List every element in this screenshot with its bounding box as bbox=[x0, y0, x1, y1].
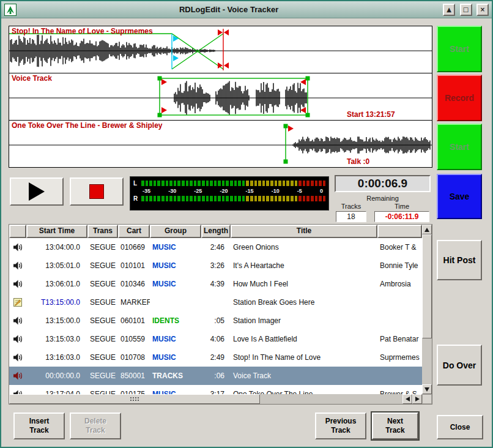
log-row[interactable]: 00:00:00.0SEGUE850001TRACKS:06Voice Trac… bbox=[9, 367, 422, 385]
titlebar-buttons: ▲ □ × bbox=[441, 3, 489, 16]
hit-post-button[interactable]: Hit Post bbox=[437, 240, 482, 280]
arrow-up-icon bbox=[424, 228, 429, 232]
cart-number: 850001 bbox=[118, 371, 150, 380]
column-header[interactable]: Group bbox=[150, 225, 201, 238]
log-row[interactable]: 13:05:01.0SEGUE010101MUSIC3:26It's A Hea… bbox=[9, 256, 422, 275]
cart-number: MARKER bbox=[118, 298, 150, 307]
do-over-button[interactable]: Do Over bbox=[437, 345, 482, 386]
transition: SEGUE bbox=[87, 298, 118, 307]
transition: SEGUE bbox=[87, 261, 118, 270]
title: It's A Heartache bbox=[231, 261, 377, 270]
log-row[interactable]: T13:15:00.0SEGUEMARKERStation Break Goes… bbox=[9, 293, 422, 312]
length: :05 bbox=[201, 316, 231, 325]
scroll-right-button[interactable] bbox=[412, 394, 422, 404]
deck-incoming-track: One Toke Over The Line - Brewer & Shiple… bbox=[9, 120, 432, 168]
maximize-button[interactable]: □ bbox=[460, 4, 472, 16]
artist: Suprmemes bbox=[377, 353, 422, 362]
close-button[interactable]: Close bbox=[437, 415, 483, 439]
time-remaining-value: -0:06:11.9 bbox=[374, 211, 429, 222]
voice-track-start-annotation: Start 13:21:57 bbox=[347, 110, 395, 119]
column-header[interactable]: Cart bbox=[118, 225, 150, 238]
start-time: 13:04:00.0 bbox=[26, 243, 87, 252]
transition: SEGUE bbox=[87, 243, 118, 252]
record-button[interactable]: Record bbox=[437, 75, 482, 121]
titlebar[interactable]: RDLogEdit - Voice Tracker ▲ □ × bbox=[1, 1, 492, 18]
column-header[interactable] bbox=[377, 225, 422, 238]
transition: SEGUE bbox=[87, 316, 118, 325]
remaining-label: Remaining bbox=[335, 195, 431, 202]
vertical-scroll-thumb[interactable] bbox=[422, 234, 432, 338]
transition: SEGUE bbox=[87, 371, 118, 380]
scroll-down-button[interactable] bbox=[422, 384, 432, 394]
artist: Pat Benatar bbox=[377, 335, 422, 343]
column-header[interactable]: Start Time bbox=[26, 225, 87, 238]
horizontal-scroll-thumb[interactable] bbox=[9, 394, 260, 404]
scroll-left-button[interactable] bbox=[402, 394, 412, 404]
log-row[interactable]: 13:17:04.0SEGUE010175MUSIC3:17One Toke O… bbox=[9, 385, 422, 394]
meter-right-label: R bbox=[133, 195, 141, 202]
meter-scale: -35-30-25-20-15-10-50 bbox=[133, 187, 325, 195]
length: 3:26 bbox=[201, 261, 231, 270]
log-row[interactable]: 13:15:00.0SEGUE060101IDENTS:05Station Im… bbox=[9, 312, 422, 330]
start-incoming-button[interactable]: Start bbox=[437, 124, 482, 170]
scrollbar-corner bbox=[422, 394, 432, 404]
meter-segments bbox=[141, 181, 325, 186]
save-button[interactable]: Save bbox=[437, 174, 482, 219]
title: Station Break Goes Here bbox=[231, 298, 377, 307]
elapsed-time-display: 0:00:06.9 bbox=[335, 175, 431, 192]
vertical-scrollbar[interactable] bbox=[422, 225, 432, 394]
column-header[interactable]: Title bbox=[231, 225, 377, 238]
group: MUSIC bbox=[150, 353, 201, 362]
stop-button[interactable] bbox=[70, 177, 124, 206]
remaining-panel: Remaining Tracks 18 Time -0:06:11.9 bbox=[335, 195, 431, 222]
speaker-icon bbox=[9, 316, 26, 326]
group: MUSIC bbox=[150, 243, 201, 252]
close-window-button[interactable]: × bbox=[476, 4, 489, 16]
length: :06 bbox=[201, 371, 231, 380]
column-header[interactable] bbox=[9, 225, 26, 238]
log-row[interactable]: 13:16:03.0SEGUE010708MUSIC2:49Stop! In T… bbox=[9, 348, 422, 367]
next-track-button[interactable]: Next Track bbox=[372, 413, 418, 439]
length: 4:39 bbox=[201, 280, 231, 288]
log-row[interactable]: 13:04:00.0SEGUE010669MUSIC2:46Green Onio… bbox=[9, 238, 422, 256]
transition: SEGUE bbox=[87, 390, 118, 394]
start-outgoing-button[interactable]: Start bbox=[437, 26, 482, 72]
insert-track-button[interactable]: Insert Track bbox=[13, 413, 65, 439]
meter-left-label: L bbox=[133, 180, 141, 187]
group: MUSIC bbox=[150, 335, 201, 343]
group: MUSIC bbox=[150, 280, 201, 288]
artist: Booker T & bbox=[377, 243, 422, 252]
title: Love Is A Battlefield bbox=[231, 335, 377, 343]
horizontal-scrollbar[interactable] bbox=[9, 394, 422, 404]
start-time: 13:05:01.0 bbox=[26, 261, 87, 270]
length: 3:17 bbox=[201, 390, 231, 394]
tracks-remaining-label: Tracks bbox=[341, 203, 361, 210]
stop-icon bbox=[89, 184, 104, 199]
incoming-track-talk-annotation: Talk :0 bbox=[347, 157, 369, 166]
meter-segments bbox=[141, 196, 325, 201]
app-icon bbox=[4, 4, 17, 16]
column-header[interactable]: Trans bbox=[87, 225, 118, 238]
speaker-icon bbox=[9, 334, 26, 344]
column-header[interactable]: Length bbox=[201, 225, 231, 238]
start-time: 13:17:04.0 bbox=[26, 390, 87, 394]
outgoing-track-title: Stop! In The Name of Love - Suprmemes bbox=[12, 27, 153, 35]
artist: Brewer & S bbox=[377, 390, 422, 394]
log-table: Start TimeTransCartGroupLengthTitle 13:0… bbox=[9, 224, 432, 405]
note-icon bbox=[9, 297, 26, 307]
log-row[interactable]: 13:06:01.0SEGUE010346MUSIC4:39How Much I… bbox=[9, 275, 422, 293]
length: 2:46 bbox=[201, 243, 231, 252]
play-button[interactable] bbox=[10, 177, 64, 206]
group: IDENTS bbox=[150, 316, 201, 325]
length: 2:49 bbox=[201, 353, 231, 362]
group: MUSIC bbox=[150, 390, 201, 394]
voice-track-title: Voice Track bbox=[12, 74, 52, 83]
previous-track-button[interactable]: Previous Track bbox=[315, 413, 366, 439]
waveform-decks: Stop! In The Name of Love - Suprmemes Vo… bbox=[9, 26, 432, 168]
log-row[interactable]: 13:15:03.0SEGUE010559MUSIC4:06Love Is A … bbox=[9, 330, 422, 348]
start-time: 13:16:03.0 bbox=[26, 353, 87, 362]
artist: Ambrosia bbox=[377, 280, 422, 288]
shade-button[interactable]: ▲ bbox=[443, 4, 455, 16]
scroll-up-button[interactable] bbox=[422, 225, 432, 234]
cart-number: 010175 bbox=[118, 390, 150, 394]
